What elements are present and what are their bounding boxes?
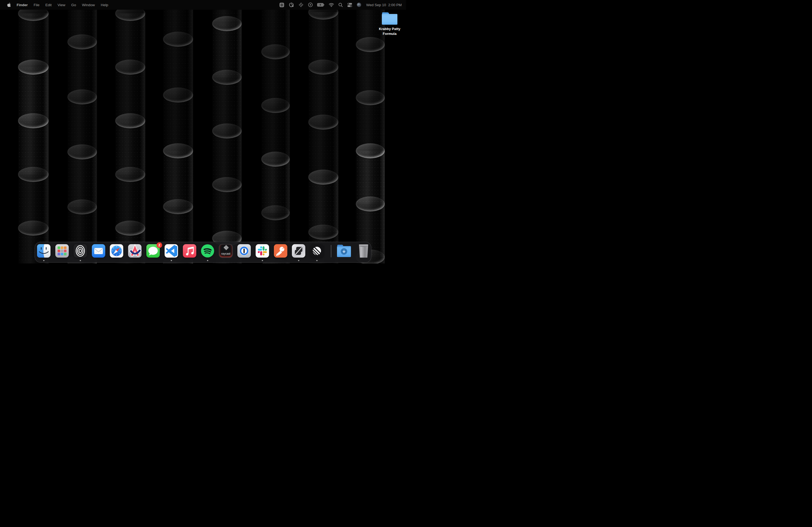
wallpaper-cylinder-segment	[356, 90, 385, 151]
dock-zed-icon[interactable]	[292, 244, 306, 258]
wallpaper-cylinder-segment	[163, 32, 193, 95]
wallpaper-cylinder-segment	[308, 4, 338, 67]
dock-messages-icon[interactable]: 2	[146, 244, 160, 258]
menu-bar: Finder File Edit View Go Window Help	[0, 0, 406, 10]
raycast-menu-icon[interactable]	[296, 2, 306, 7]
running-indicator	[298, 260, 300, 261]
raycast-frame: raycast	[219, 244, 233, 258]
wallpaper-cylinder-segment	[261, 152, 290, 213]
dock-finder-icon[interactable]	[37, 244, 51, 258]
running-indicator	[316, 260, 318, 261]
running-indicator	[171, 260, 172, 261]
wallpaper-cylinder-segment	[115, 113, 145, 175]
running-indicator	[43, 260, 45, 261]
spotlight-search-icon[interactable]	[336, 3, 345, 7]
menu-view[interactable]: View	[55, 3, 68, 7]
menu-date[interactable]: Wed Sep 10	[364, 3, 388, 7]
wallpaper-cylinder-segment	[212, 70, 242, 131]
wallpaper-cylinder-segment	[68, 89, 97, 152]
wallpaper-cylinder-column	[68, 0, 97, 264]
wallpaper-cylinder-segment	[308, 60, 338, 122]
wallpaper-cylinder-segment	[212, 123, 242, 185]
wallpaper-cylinder-segment	[212, 177, 242, 238]
siri-icon[interactable]	[354, 2, 364, 7]
wallpaper-cylinder-segment	[261, 44, 290, 105]
running-indicator	[207, 260, 208, 261]
raycast-label: raycast	[219, 252, 232, 255]
wallpaper-cylinder-column	[356, 0, 385, 264]
dock-apple-music-icon[interactable]	[183, 244, 197, 258]
folder-icon	[382, 12, 397, 25]
wallpaper-cylinder-segment	[163, 88, 193, 151]
wallpaper-cylinder-segment	[115, 60, 145, 121]
wallpaper-cylinder-segment	[261, 259, 290, 264]
dock-1password-icon[interactable]	[237, 244, 251, 258]
menu-bar-left: Finder File Edit View Go Window Help	[0, 2, 111, 7]
dock-concentric-rings-icon[interactable]	[73, 244, 87, 258]
dock-trash-icon[interactable]	[357, 244, 371, 258]
running-indicator	[262, 260, 263, 261]
wallpaper-cylinder-segment	[18, 60, 48, 121]
menu-go[interactable]: Go	[68, 3, 79, 7]
downloads-folder-shape	[337, 245, 351, 257]
menu-file[interactable]: File	[31, 3, 42, 7]
wallpaper	[0, 0, 406, 264]
messages-unread-badge: 2	[157, 242, 162, 248]
apple-menu[interactable]	[4, 2, 14, 7]
download-arrow-icon	[341, 248, 347, 255]
wallpaper-cylinder-column	[261, 0, 290, 264]
trash-can	[358, 244, 369, 258]
wallpaper-cylinder-segment	[356, 143, 385, 204]
control-center-icon[interactable]	[345, 3, 354, 7]
power-lock-menu-icon[interactable]	[287, 2, 296, 7]
wallpaper-cylinder-segment	[308, 115, 338, 177]
wallpaper-cylinder-segment	[18, 6, 48, 67]
dock-postman-icon[interactable]	[274, 244, 288, 258]
wallpaper-cylinder-segment	[68, 144, 97, 207]
burst-menu-icon[interactable]	[277, 2, 287, 7]
desktop-folder-krabby-patty[interactable]: Krabby Patty Formula	[378, 12, 402, 36]
wallpaper-cylinder-segment	[356, 37, 385, 98]
menu-edit[interactable]: Edit	[42, 3, 55, 7]
menu-finder[interactable]: Finder	[14, 3, 31, 7]
battery-charging-icon[interactable]	[315, 3, 327, 7]
wallpaper-cylinder-column	[18, 0, 48, 264]
wallpaper-cylinder-segment	[308, 169, 338, 232]
dock-safari-icon[interactable]	[110, 244, 124, 258]
running-indicator	[80, 260, 81, 261]
folder-label: Krabby Patty Formula	[378, 27, 402, 36]
wallpaper-cylinder-segment	[18, 113, 48, 175]
apple-icon	[6, 2, 11, 7]
dock-mail-icon[interactable]	[91, 244, 105, 258]
desktop-screen: Finder File Edit View Go Window Help	[0, 0, 406, 264]
wifi-icon[interactable]	[327, 3, 336, 7]
dock-raycast-icon[interactable]: raycast	[219, 244, 233, 258]
wallpaper-cylinder-segment	[68, 34, 97, 97]
wallpaper-cylinder-column	[115, 0, 145, 264]
wallpaper-cylinder-segment	[18, 167, 48, 228]
dock-slack-icon[interactable]	[255, 244, 269, 258]
dock-launchpad-icon[interactable]	[55, 244, 69, 258]
wallpaper-cylinder-segment	[212, 16, 242, 77]
wallpaper-cylinder-segment	[163, 143, 193, 207]
menu-time[interactable]: 2:00 PM	[388, 3, 402, 7]
wallpaper-cylinder-segment	[115, 6, 145, 67]
wallpaper-cylinder-segment	[115, 167, 145, 228]
dock-linear-icon[interactable]	[310, 244, 324, 258]
dock-downloads-folder-icon[interactable]	[337, 244, 351, 258]
now-playing-icon[interactable]	[306, 2, 315, 7]
wallpaper-cylinder-column	[163, 0, 193, 264]
dock-vscode-icon[interactable]	[164, 244, 178, 258]
wallpaper-cylinder-column	[308, 0, 338, 264]
dock-arc-browser-icon[interactable]	[128, 244, 142, 258]
menu-window[interactable]: Window	[79, 3, 98, 7]
dock-spotify-icon[interactable]	[201, 244, 215, 258]
wallpaper-cylinder-segment	[261, 98, 290, 159]
menu-bar-status: Wed Sep 10 2:00 PM	[277, 2, 406, 7]
wallpaper-cylinder-column	[212, 0, 242, 264]
menu-help[interactable]: Help	[98, 3, 111, 7]
